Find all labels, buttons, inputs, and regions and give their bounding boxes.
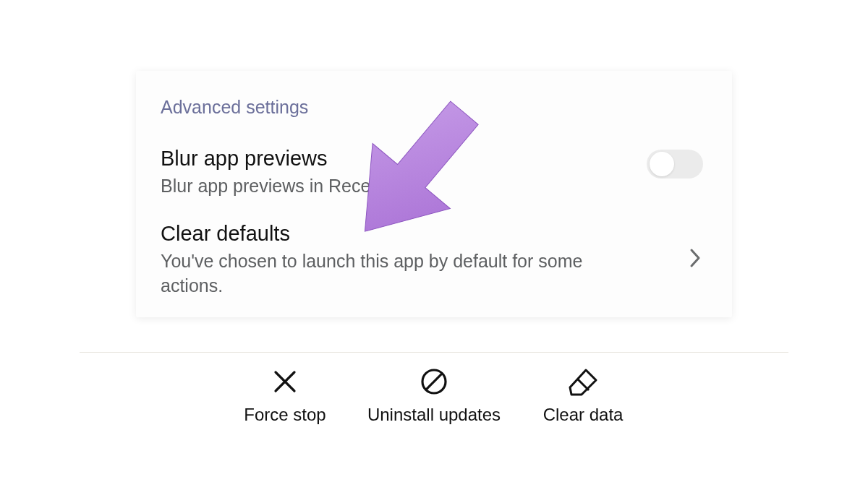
blur-previews-toggle[interactable] xyxy=(647,150,703,179)
prohibit-icon xyxy=(418,366,450,397)
uninstall-updates-button[interactable]: Uninstall updates xyxy=(367,366,501,425)
section-header: Advanced settings xyxy=(161,97,707,118)
svg-line-2 xyxy=(577,379,589,390)
eraser-icon xyxy=(567,366,599,397)
uninstall-updates-label: Uninstall updates xyxy=(367,405,501,425)
svg-line-1 xyxy=(426,374,443,390)
clear-defaults-row[interactable]: Clear defaults You've chosen to launch t… xyxy=(161,220,707,298)
settings-panel: Advanced settings Blur app previews Blur… xyxy=(136,71,732,317)
divider xyxy=(80,352,788,353)
clear-defaults-subtitle: You've chosen to launch this app by defa… xyxy=(161,249,624,298)
blur-previews-subtitle: Blur app previews in Recents xyxy=(161,174,624,199)
force-stop-label: Force stop xyxy=(244,405,326,425)
chevron-right-icon xyxy=(689,247,702,272)
blur-app-previews-row[interactable]: Blur app previews Blur app previews in R… xyxy=(161,145,707,199)
close-icon xyxy=(269,366,301,397)
blur-previews-title: Blur app previews xyxy=(161,145,707,171)
clear-defaults-title: Clear defaults xyxy=(161,220,707,246)
action-bar: Force stop Uninstall updates Clear data xyxy=(136,366,732,425)
clear-data-button[interactable]: Clear data xyxy=(525,366,641,425)
toggle-knob xyxy=(650,152,674,176)
force-stop-button[interactable]: Force stop xyxy=(227,366,343,425)
clear-data-label: Clear data xyxy=(543,405,624,425)
